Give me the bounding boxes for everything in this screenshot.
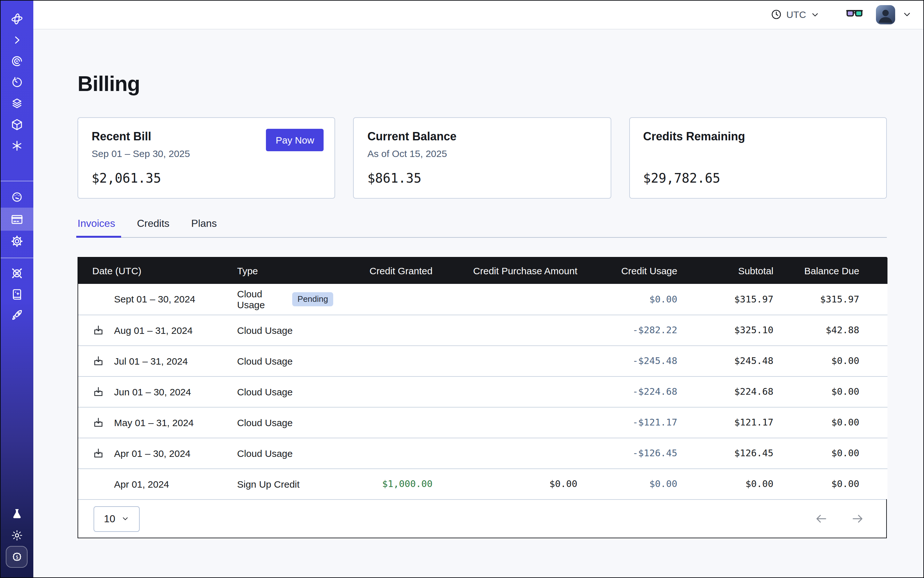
download-icon (92, 385, 104, 398)
user-menu-button[interactable] (901, 9, 913, 20)
invoices-table: Date (UTC) Type Credit Granted Credit Pu… (78, 258, 887, 499)
sidebar-item-sandbox[interactable] (0, 114, 33, 135)
sidebar-item-theme[interactable] (0, 525, 33, 546)
sidebar-item-labs[interactable] (0, 504, 33, 525)
orbit-logo-icon (10, 12, 23, 26)
credits-reward-button[interactable]: $ (6, 546, 28, 568)
sidebar-divider (0, 181, 33, 181)
timezone-selector[interactable]: UTC (770, 8, 820, 21)
sidebar-item-history[interactable] (0, 72, 33, 93)
summary-cards: Recent Bill Sep 01 – Sep 30, 2025 $2,061… (78, 117, 887, 199)
asterisk-icon (10, 139, 23, 153)
next-page-button[interactable] (851, 512, 864, 526)
previous-page-button[interactable] (814, 512, 828, 526)
ship-wheel-icon (10, 266, 23, 280)
col-type: Type (237, 258, 333, 284)
download-invoice-button[interactable] (92, 324, 104, 336)
subtotal-value: $0.00 (677, 468, 773, 499)
invoice-type: Cloud Usage (237, 325, 292, 336)
col-balance-due: Balance Due (773, 258, 887, 284)
table-header-row: Date (UTC) Type Credit Granted Credit Pu… (78, 258, 887, 284)
download-slot (92, 478, 109, 490)
avatar-photo (876, 5, 895, 24)
col-credit-granted: Credit Granted (333, 258, 432, 284)
magic-book-icon (10, 288, 23, 301)
table-row: Jun 01 – 30, 2024 Cloud Usage -$224.68 $… (78, 376, 887, 407)
credit-usage-value: $0.00 (577, 468, 677, 499)
recent-bill-card: Recent Bill Sep 01 – Sep 30, 2025 $2,061… (78, 117, 335, 199)
current-balance-amount: $861.35 (367, 170, 597, 186)
balance-due-value: $315.97 (773, 284, 887, 315)
credit-usage-value: -$282.22 (577, 315, 677, 346)
sidebar-item-docs[interactable] (0, 284, 33, 305)
pay-now-button[interactable]: Pay Now (266, 129, 324, 151)
download-icon (92, 416, 104, 429)
credits-remaining-amount: $29,782.65 (643, 170, 873, 186)
invoice-date: Jun 01 – 30, 2024 (114, 386, 191, 397)
col-date: Date (UTC) (78, 258, 237, 284)
sidebar-item-fleet[interactable] (0, 263, 33, 284)
chevron-down-icon (901, 9, 913, 20)
card-title: Current Balance (367, 130, 597, 143)
topbar: UTC (33, 0, 924, 29)
tab-invoices[interactable]: Invoices (78, 218, 115, 237)
tab-plans[interactable]: Plans (191, 218, 217, 237)
subtotal-value: $325.10 (677, 315, 773, 346)
timer-icon (10, 76, 23, 89)
balance-due-value: $0.00 (773, 407, 887, 438)
card-subtitle (643, 148, 873, 159)
sidebar-item-settings[interactable] (0, 231, 33, 252)
download-invoice-button[interactable] (92, 355, 104, 367)
layers-icon (10, 97, 23, 110)
download-icon (92, 355, 104, 367)
user-avatar[interactable] (876, 5, 895, 24)
invoices-table-card: Date (UTC) Type Credit Granted Credit Pu… (78, 257, 887, 538)
download-invoice-button[interactable] (92, 447, 104, 459)
credit-usage-value: -$126.45 (577, 438, 677, 468)
chevron-right-icon (10, 33, 23, 47)
dollar-seal-icon: $ (10, 550, 23, 563)
reader-mode-button[interactable] (846, 8, 863, 21)
invoice-type: Cloud Usage (237, 417, 292, 428)
invoice-date: May 01 – 31, 2024 (114, 417, 194, 428)
sidebar-item-launch[interactable] (0, 305, 33, 326)
main-content: Billing Recent Bill Sep 01 – Sep 30, 202… (33, 29, 924, 578)
billing-tabs: Invoices Credits Plans (78, 218, 887, 238)
credit-purchase-amount-value: $0.00 (432, 468, 577, 499)
flask-icon (10, 508, 23, 521)
sidebar-collapse-button[interactable] (0, 29, 33, 50)
table-row: Apr 01, 2024 Sign Up Credit $1,000.00 $0… (78, 468, 887, 499)
credit-usage-value: -$224.68 (577, 376, 677, 407)
clock-icon (770, 8, 783, 21)
chevron-down-icon (810, 9, 820, 19)
timezone-label: UTC (786, 9, 806, 20)
invoice-type: Cloud Usage (237, 386, 292, 397)
subtotal-value: $126.45 (677, 438, 773, 468)
sidebar-item-services[interactable] (0, 135, 33, 156)
svg-text:$: $ (15, 554, 18, 560)
balance-due-value: $0.00 (773, 346, 887, 376)
sidebar-item-dashboard[interactable] (0, 187, 33, 208)
tab-credits[interactable]: Credits (137, 218, 169, 237)
credit-granted-value: $1,000.00 (333, 468, 432, 499)
invoice-date: Sept 01 – 30, 2024 (114, 294, 195, 305)
recent-bill-amount: $2,061.35 (92, 170, 322, 186)
invoice-date: Aug 01 – 31, 2024 (114, 325, 193, 336)
table-row: Jul 01 – 31, 2024 Cloud Usage -$245.48 $… (78, 346, 887, 376)
sidebar-item-billing[interactable] (0, 208, 33, 231)
invoice-type: Cloud Usage (237, 448, 292, 458)
brand-logo[interactable] (0, 8, 33, 29)
rocket-icon (10, 309, 23, 322)
col-credit-purchase-amount: Credit Purchase Amount (432, 258, 577, 284)
table-pagination: 10 (78, 499, 886, 537)
subtotal-value: $245.48 (677, 346, 773, 376)
download-invoice-button[interactable] (92, 416, 104, 429)
download-invoice-button[interactable] (92, 385, 104, 398)
balance-due-value: $42.88 (773, 315, 887, 346)
page-size-select[interactable]: 10 (94, 506, 140, 531)
subtotal-value: $224.68 (677, 376, 773, 407)
sidebar-item-layers[interactable] (0, 93, 33, 114)
sidebar-item-observe[interactable] (0, 50, 33, 72)
gear-icon (10, 235, 23, 248)
credit-usage-value: -$121.17 (577, 407, 677, 438)
